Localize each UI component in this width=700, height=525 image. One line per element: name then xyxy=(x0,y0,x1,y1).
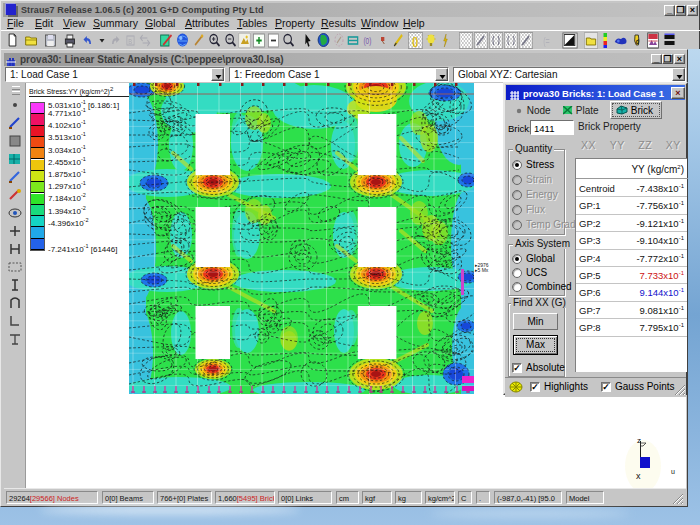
svg-text:u: u xyxy=(671,468,675,475)
svg-text:z: z xyxy=(637,436,641,445)
svg-text:B: B xyxy=(128,37,132,45)
svg-text:(=: (= xyxy=(543,36,550,47)
svg-text:d: d xyxy=(636,37,639,45)
svg-text:(): () xyxy=(412,35,418,47)
svg-text:(0): (0) xyxy=(363,36,371,46)
svg-text:x: x xyxy=(636,471,641,481)
